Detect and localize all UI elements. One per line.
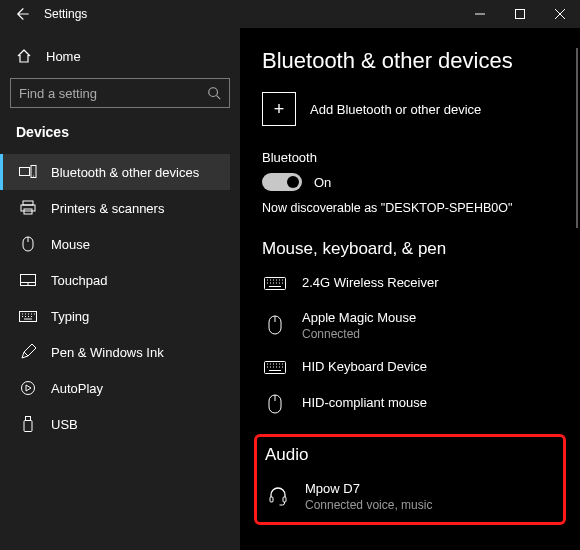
- close-icon: [555, 9, 565, 19]
- sidebar-item-usb[interactable]: USB: [0, 406, 230, 442]
- search-input[interactable]: [19, 86, 207, 101]
- device-item-mpow[interactable]: Mpow D7 Connected voice, music: [265, 475, 555, 512]
- pen-icon: [20, 344, 36, 360]
- svg-rect-12: [26, 417, 31, 421]
- svg-rect-5: [23, 201, 33, 205]
- arrow-left-icon: [16, 7, 30, 21]
- nav-list: Bluetooth & other devices Printers & sca…: [10, 154, 230, 442]
- home-nav[interactable]: Home: [10, 40, 230, 78]
- device-status: Connected voice, music: [305, 498, 432, 512]
- sidebar-item-label: Bluetooth & other devices: [51, 165, 199, 180]
- device-item-magic-mouse[interactable]: Apple Magic Mouse Connected: [262, 304, 558, 353]
- device-name: HID Keyboard Device: [302, 359, 427, 376]
- device-name: Apple Magic Mouse: [302, 310, 416, 327]
- back-button[interactable]: [8, 0, 38, 28]
- window-title: Settings: [44, 7, 87, 21]
- svg-point-11: [22, 382, 35, 395]
- svg-rect-2: [20, 168, 30, 176]
- sidebar-item-label: Pen & Windows Ink: [51, 345, 164, 360]
- device-item-hid-mouse[interactable]: HID-compliant mouse: [262, 388, 558, 426]
- bluetooth-toggle[interactable]: [262, 173, 302, 191]
- autoplay-icon: [20, 380, 36, 396]
- search-box[interactable]: [10, 78, 230, 108]
- svg-rect-18: [270, 497, 273, 502]
- sidebar-item-label: AutoPlay: [51, 381, 103, 396]
- sidebar-item-printers[interactable]: Printers & scanners: [0, 190, 230, 226]
- keyboard-icon: [264, 361, 286, 374]
- audio-highlight: Audio Mpow D7 Connected voice, music: [254, 434, 566, 525]
- sidebar-item-label: Touchpad: [51, 273, 107, 288]
- minimize-icon: [475, 9, 485, 19]
- svg-point-4: [33, 175, 34, 176]
- headset-icon: [268, 486, 288, 506]
- device-status: Connected: [302, 327, 416, 341]
- page-title: Bluetooth & other devices: [262, 48, 558, 74]
- home-label: Home: [46, 49, 81, 64]
- usb-icon: [23, 416, 33, 432]
- printer-icon: [20, 200, 36, 216]
- device-name: 2.4G Wireless Receiver: [302, 275, 439, 292]
- sidebar: Home Devices Bluetooth & other devices P…: [0, 28, 240, 550]
- sidebar-item-label: Printers & scanners: [51, 201, 164, 216]
- sidebar-item-touchpad[interactable]: Touchpad: [0, 262, 230, 298]
- sidebar-item-autoplay[interactable]: AutoPlay: [0, 370, 230, 406]
- sidebar-item-label: Mouse: [51, 237, 90, 252]
- sidebar-item-pen[interactable]: Pen & Windows Ink: [0, 334, 230, 370]
- minimize-button[interactable]: [460, 0, 500, 28]
- device-name: Mpow D7: [305, 481, 432, 498]
- device-name: HID-compliant mouse: [302, 395, 427, 412]
- mkp-heading: Mouse, keyboard, & pen: [262, 239, 558, 259]
- device-item-receiver[interactable]: 2.4G Wireless Receiver: [262, 269, 558, 304]
- svg-rect-19: [283, 497, 286, 502]
- svg-point-1: [209, 88, 218, 97]
- content-pane: Bluetooth & other devices + Add Bluetoot…: [240, 28, 580, 550]
- mouse-icon: [268, 394, 282, 414]
- discoverable-text: Now discoverable as "DESKTOP-SPEHB0O": [262, 201, 558, 215]
- sidebar-item-mouse[interactable]: Mouse: [0, 226, 230, 262]
- audio-heading: Audio: [265, 445, 555, 465]
- sidebar-item-bluetooth[interactable]: Bluetooth & other devices: [0, 154, 230, 190]
- device-item-hid-keyboard[interactable]: HID Keyboard Device: [262, 353, 558, 388]
- maximize-icon: [515, 9, 525, 19]
- category-heading: Devices: [16, 124, 224, 140]
- mouse-icon: [22, 236, 34, 252]
- sidebar-item-label: USB: [51, 417, 78, 432]
- bluetooth-toggle-state: On: [314, 175, 331, 190]
- touchpad-icon: [20, 274, 36, 286]
- devices-icon: [19, 165, 37, 179]
- home-icon: [16, 48, 32, 64]
- keyboard-icon: [264, 277, 286, 290]
- bluetooth-section-label: Bluetooth: [262, 150, 558, 165]
- mouse-icon: [268, 315, 282, 335]
- titlebar: Settings: [0, 0, 580, 28]
- sidebar-item-label: Typing: [51, 309, 89, 324]
- add-device-button[interactable]: + Add Bluetooth or other device: [262, 92, 558, 126]
- sidebar-item-typing[interactable]: Typing: [0, 298, 230, 334]
- svg-rect-6: [21, 205, 35, 211]
- plus-icon: +: [262, 92, 296, 126]
- add-device-label: Add Bluetooth or other device: [310, 102, 481, 117]
- svg-rect-13: [24, 421, 32, 432]
- maximize-button[interactable]: [500, 0, 540, 28]
- search-icon: [207, 86, 221, 100]
- keyboard-icon: [19, 311, 37, 322]
- scrollbar[interactable]: [576, 48, 578, 228]
- svg-rect-0: [516, 10, 525, 19]
- close-button[interactable]: [540, 0, 580, 28]
